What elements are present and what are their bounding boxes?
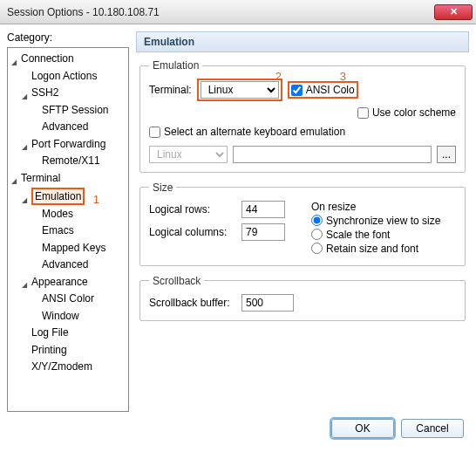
terminal-highlight: 2 Linux [197, 79, 282, 101]
tree-connection[interactable]: Connection [11, 51, 74, 65]
ansi-color-input[interactable] [291, 85, 303, 96]
tree-emacs[interactable]: Emacs [32, 223, 74, 237]
footer: OK Cancel [0, 419, 476, 445]
ansi-highlight: 3 ANSI Colo [288, 81, 358, 99]
size-legend: Size [149, 181, 176, 194]
alt-keyboard-checkbox[interactable]: Select an alternate keyboard emulation [149, 126, 345, 138]
resize-sync[interactable]: Synchronize view to size [311, 215, 456, 227]
window-title: Session Options - 10.180.108.71 [7, 6, 434, 18]
browse-button[interactable]: ... [437, 146, 456, 163]
alt-keyboard-select: Linux [149, 146, 228, 163]
emulation-legend: Emulation [149, 59, 202, 72]
emulation-group: Emulation Terminal: 2 Linux 3 ANSI Colo [139, 59, 466, 173]
rows-input[interactable] [241, 201, 285, 218]
panel-title: Emulation [136, 31, 469, 52]
tree-window[interactable]: Window [32, 309, 79, 323]
scrollback-group: Scrollback Scrollback buffer: [139, 275, 466, 321]
tree-terminal[interactable]: Terminal [11, 171, 60, 185]
cols-label: Logical columns: [149, 226, 236, 238]
alt-keyboard-input[interactable] [149, 127, 160, 138]
terminal-select[interactable]: Linux [201, 81, 279, 99]
annotation-3: 3 [340, 70, 346, 83]
tree-ansi-color[interactable]: ANSI Color [32, 291, 94, 305]
rows-label: Logical rows: [149, 203, 236, 216]
tree-printing[interactable]: Printing [22, 343, 67, 357]
cols-input[interactable] [241, 223, 285, 241]
tree-remote-x11[interactable]: Remote/X11 [32, 154, 100, 168]
alt-keyboard-path [233, 146, 432, 163]
tree-ssh2[interactable]: SSH2 [22, 86, 58, 99]
resize-scale[interactable]: Scale the font [311, 229, 456, 241]
scrollback-label: Scrollback buffer: [149, 297, 236, 309]
content: Category: Connection Logon Actions SSH2 … [0, 24, 476, 419]
category-column: Category: Connection Logon Actions SSH2 … [7, 31, 129, 412]
category-label: Category: [7, 31, 129, 44]
scrollback-input[interactable] [241, 294, 294, 312]
tree-ssh-advanced[interactable]: Advanced [32, 120, 88, 134]
settings-panel: Emulation Emulation Terminal: 2 Linux 3 [136, 31, 469, 412]
close-button[interactable]: ✕ [434, 4, 473, 20]
tree-emulation[interactable]: Emulation [22, 188, 85, 205]
tree-modes[interactable]: Modes [32, 207, 73, 221]
tree-term-advanced[interactable]: Advanced [32, 257, 88, 271]
tree-port-fwd[interactable]: Port Forwarding [22, 137, 105, 151]
resize-retain[interactable]: Retain size and font [311, 243, 456, 255]
size-group: Size Logical rows: Logical columns: [139, 181, 466, 266]
cancel-button[interactable]: Cancel [401, 419, 464, 438]
tree-mapped-keys[interactable]: Mapped Keys [32, 241, 105, 255]
use-color-scheme-input[interactable] [357, 107, 369, 119]
scrollback-legend: Scrollback [149, 275, 204, 287]
tree-appearance[interactable]: Appearance [22, 275, 88, 289]
tree-sftp[interactable]: SFTP Session [32, 103, 108, 117]
use-color-scheme-checkbox[interactable]: Use color scheme [357, 106, 456, 119]
tree-logon-actions[interactable]: Logon Actions [22, 69, 97, 83]
terminal-label: Terminal: [149, 84, 192, 96]
tree-xyz[interactable]: X/Y/Zmodem [22, 360, 92, 373]
annotation-1: 1 [93, 193, 99, 206]
ok-button[interactable]: OK [331, 419, 394, 438]
on-resize-label: On resize [311, 201, 456, 213]
annotation-2: 2 [275, 70, 282, 83]
category-tree[interactable]: Connection Logon Actions SSH2 SFTP Sessi… [7, 47, 129, 412]
ansi-color-checkbox[interactable]: ANSI Colo [291, 84, 355, 96]
titlebar: Session Options - 10.180.108.71 ✕ [0, 0, 476, 24]
tree-log-file[interactable]: Log File [22, 325, 69, 339]
